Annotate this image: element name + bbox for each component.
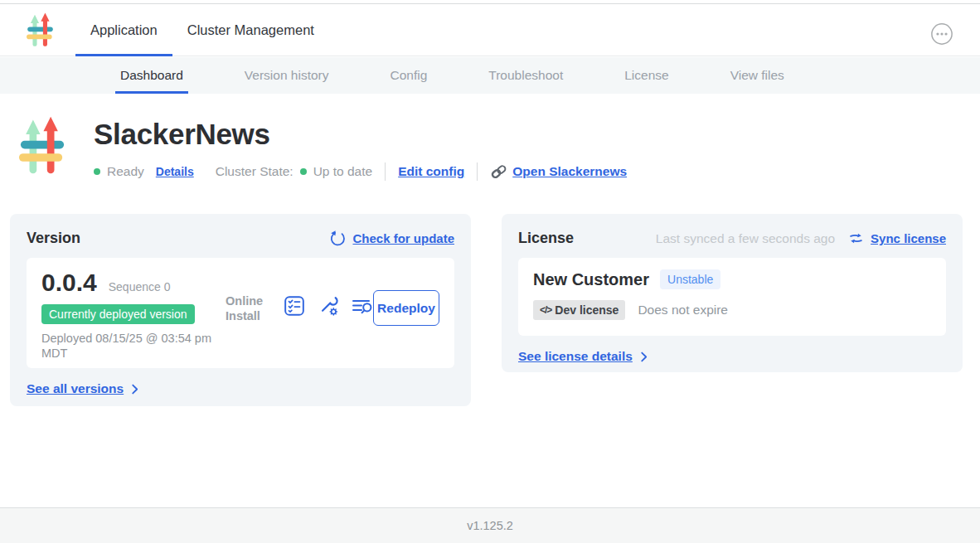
see-all-versions-link[interactable]: See all versions — [27, 381, 138, 396]
tab-cluster-management[interactable]: Cluster Management — [172, 4, 329, 56]
divider — [477, 162, 478, 181]
license-header-right: Last synced a few seconds ago Sync licen… — [656, 231, 946, 246]
swap-arrows-sync-icon — [848, 231, 864, 245]
details-link[interactable]: Details — [156, 165, 194, 178]
lines-magnifier-logs-icon[interactable] — [352, 295, 373, 317]
subnav-dashboard-label: Dashboard — [120, 68, 183, 83]
cluster-status-dot-icon — [300, 168, 307, 175]
subnav-config-label: Config — [391, 68, 428, 83]
subnav-license[interactable]: License — [624, 57, 668, 94]
subnav-view-files[interactable]: View files — [730, 57, 784, 94]
subnav-troubleshoot[interactable]: Troubleshoot — [488, 57, 563, 94]
tab-cluster-management-label: Cluster Management — [187, 22, 314, 38]
see-license-details-label: See license details — [518, 349, 633, 364]
tab-application[interactable]: Application — [75, 4, 172, 56]
ellipsis-menu-icon[interactable] — [930, 22, 953, 46]
channel-badge: Unstable — [660, 269, 720, 289]
open-app-link-label: Open Slackernews — [512, 164, 627, 179]
license-card-header: License Last synced a few seconds ago Sy… — [518, 230, 946, 247]
console-version: v1.125.2 — [467, 519, 513, 532]
subnav-dashboard[interactable]: Dashboard — [120, 57, 183, 94]
chain-link-icon — [490, 164, 507, 179]
wrench-gear-config-icon[interactable] — [318, 295, 339, 317]
redeploy-button[interactable]: Redeploy — [373, 290, 439, 326]
app-logo-large-icon — [18, 114, 66, 178]
code-brackets-icon: </> — [540, 304, 551, 316]
open-app-link[interactable]: Open Slackernews — [490, 164, 627, 179]
tab-application-label: Application — [90, 22, 158, 38]
top-tabs: Application Cluster Management — [75, 4, 329, 56]
deployed-badge: Currently deployed version — [41, 304, 195, 324]
version-info: 0.0.4 Sequence 0 Currently deployed vers… — [41, 269, 226, 361]
chevron-right-icon — [640, 351, 648, 362]
customer-name: New Customer — [533, 270, 649, 289]
refresh-icon — [330, 230, 346, 246]
subnav-troubleshoot-label: Troubleshoot — [488, 68, 563, 83]
license-type-badge: </> Dev license — [533, 300, 625, 320]
license-expiry: Does not expire — [638, 303, 728, 318]
cluster-state-value: Up to date — [313, 164, 373, 179]
license-type-label: Dev license — [555, 303, 619, 317]
subnav-config[interactable]: Config — [391, 57, 428, 94]
sequence-label: Sequence 0 — [109, 280, 171, 293]
preflight-checklist-icon[interactable] — [284, 295, 305, 317]
cluster-state-label: Cluster State: — [216, 164, 294, 179]
version-card-header: Version Check for update — [27, 230, 454, 247]
last-synced-label: Last synced a few seconds ago — [656, 231, 835, 246]
ready-status-label: Ready — [107, 164, 144, 179]
page-title: SlackerNews — [94, 118, 270, 151]
license-card: License Last synced a few seconds ago Sy… — [502, 214, 963, 372]
app-status-row: Ready Details Cluster State: Up to date … — [94, 162, 627, 181]
check-for-update-label: Check for update — [352, 231, 454, 245]
install-type-label: Online Install — [226, 293, 272, 323]
version-number: 0.0.4 — [41, 269, 97, 297]
app-logo-icon — [25, 12, 56, 48]
subnav-view-files-label: View files — [730, 68, 784, 83]
sync-license-link[interactable]: Sync license — [871, 231, 946, 245]
see-all-versions-label: See all versions — [27, 381, 124, 396]
license-card-title: License — [518, 230, 574, 247]
version-card-title: Version — [27, 230, 80, 247]
license-panel: New Customer Unstable </> Dev license Do… — [518, 258, 946, 336]
top-navbar: Application Cluster Management — [0, 4, 980, 56]
deployed-timestamp: Deployed 08/15/25 @ 03:54 pm MDT — [41, 331, 217, 361]
footer: v1.125.2 — [0, 507, 980, 543]
edit-config-link[interactable]: Edit config — [398, 164, 464, 179]
app-subnav: Dashboard Version history Config Trouble… — [0, 57, 980, 94]
subnav-version-history[interactable]: Version history — [245, 57, 329, 94]
see-license-details-link[interactable]: See license details — [518, 349, 648, 364]
subnav-version-history-label: Version history — [245, 68, 329, 83]
version-card: Version Check for update 0.0.4 Sequence … — [10, 214, 471, 406]
chevron-right-icon — [131, 384, 138, 395]
current-version-panel: 0.0.4 Sequence 0 Currently deployed vers… — [27, 258, 454, 368]
check-for-update-link[interactable]: Check for update — [330, 230, 454, 246]
divider — [385, 162, 386, 181]
ready-status-dot-icon — [94, 168, 100, 175]
subnav-license-label: License — [624, 68, 668, 83]
version-action-icons — [284, 295, 373, 317]
